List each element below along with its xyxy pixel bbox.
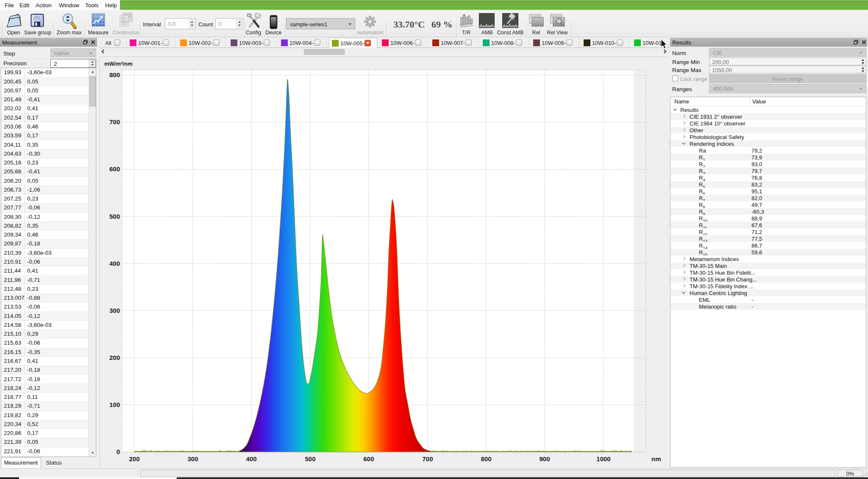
svg-text:800: 800 — [109, 71, 120, 78]
svg-text:900: 900 — [539, 455, 550, 462]
svg-text:0: 0 — [117, 448, 120, 455]
svg-text:100: 100 — [109, 401, 120, 408]
svg-text:200: 200 — [129, 455, 139, 462]
svg-text:600: 600 — [363, 455, 374, 462]
svg-text:mW/m²/nm: mW/m²/nm — [104, 61, 132, 67]
svg-text:500: 500 — [109, 213, 120, 220]
svg-text:700: 700 — [422, 455, 433, 462]
svg-text:200: 200 — [109, 354, 120, 361]
svg-text:500: 500 — [305, 455, 315, 462]
svg-text:600: 600 — [109, 165, 120, 173]
svg-text:800: 800 — [481, 455, 491, 462]
svg-text:1000: 1000 — [596, 455, 610, 462]
svg-text:700: 700 — [109, 118, 120, 125]
svg-text:400: 400 — [246, 455, 256, 462]
svg-text:400: 400 — [109, 260, 120, 267]
svg-text:300: 300 — [109, 307, 120, 314]
svg-text:300: 300 — [187, 455, 198, 462]
svg-text:nm: nm — [651, 455, 661, 462]
